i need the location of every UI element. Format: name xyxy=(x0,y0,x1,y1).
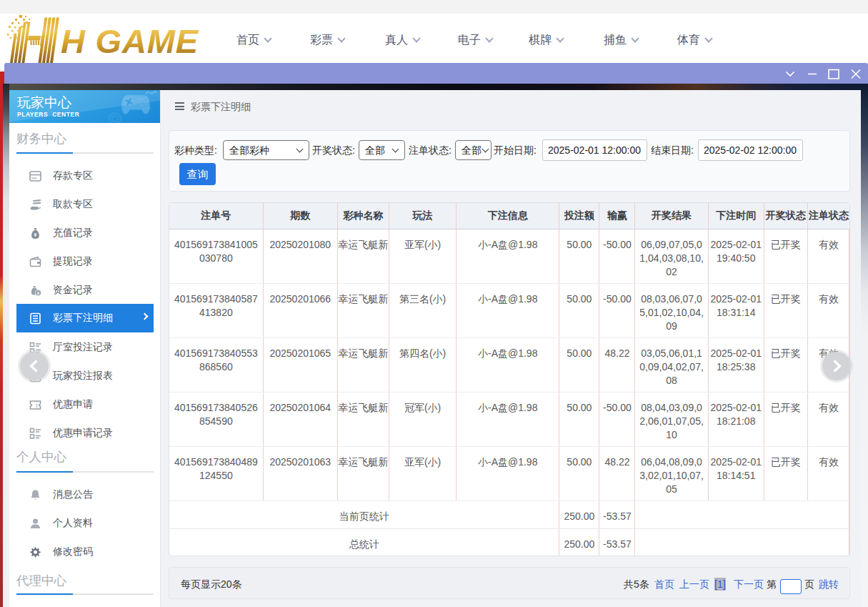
svg-text:¥: ¥ xyxy=(34,232,37,237)
svg-text:H GAME: H GAME xyxy=(61,22,199,60)
